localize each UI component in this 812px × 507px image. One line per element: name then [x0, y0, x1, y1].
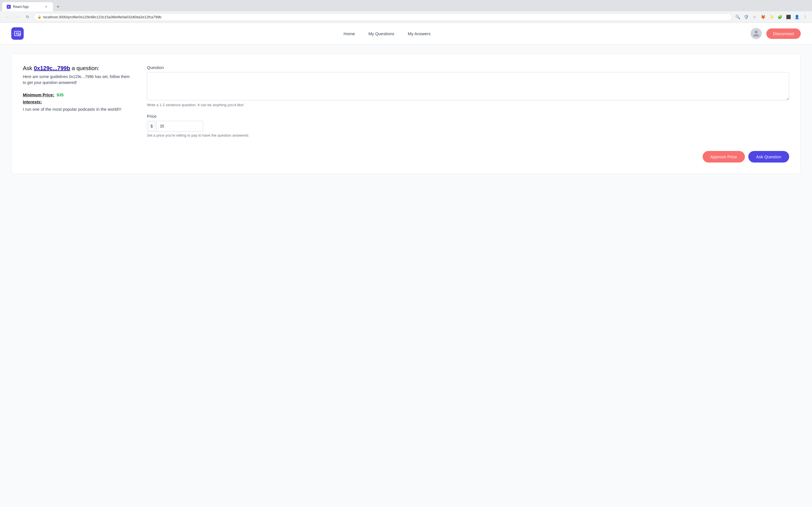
left-panel: Ask 0x129c...799b a question: Here are s…: [23, 65, 130, 163]
ask-heading-address: 0x129c...799b: [34, 65, 70, 71]
price-label: Price: [147, 114, 789, 119]
main-content: Ask 0x129c...799b a question: Here are s…: [0, 45, 812, 507]
interests-text: I run one of the most popular podcasts i…: [23, 106, 130, 113]
price-section: Price $ Set a price you're willing to pa…: [147, 114, 789, 137]
question-hint: Write a 1-2 sentence question. It can be…: [147, 103, 789, 107]
star-icon[interactable]: ☆: [751, 13, 758, 20]
active-tab[interactable]: R React App ×: [2, 2, 53, 11]
fox-icon[interactable]: 🦊: [760, 13, 766, 20]
avatar: [751, 28, 762, 39]
ask-heading-suffix: a question:: [70, 65, 99, 71]
browser-chrome: R React App × + ← → ↻ 🔒 localhost:3000/p…: [0, 0, 812, 23]
nav-home-link[interactable]: Home: [344, 31, 355, 36]
new-tab-button[interactable]: +: [54, 3, 62, 11]
header-right: Disconnect: [751, 28, 801, 39]
min-price-label: Minimum Price:: [23, 93, 54, 97]
nav-my-answers-link[interactable]: My Answers: [408, 31, 430, 36]
interests-label: Interests:: [23, 100, 130, 104]
address-bar[interactable]: 🔒 localhost:3000/profile/0x129c68c123c15…: [34, 13, 732, 21]
svg-text:R: R: [8, 6, 9, 8]
tab-favicon: R: [7, 5, 11, 9]
price-hint: Set a price you're willing to pay to hav…: [147, 133, 789, 137]
app-header: Home My Questions My Answers Disconnect: [0, 23, 812, 45]
min-price-value: $35: [57, 93, 64, 97]
search-icon[interactable]: 🔍: [734, 13, 741, 20]
price-input[interactable]: [156, 121, 193, 131]
ask-heading-prefix: Ask: [23, 65, 34, 71]
puzzle-icon[interactable]: 🧩: [776, 13, 783, 20]
browser-toolbar-icons: 🔍 🛡️ ☆ 🦊 ✨ 🧩 ⬛ 👤 ⋮: [734, 13, 809, 20]
disconnect-button[interactable]: Disconnect: [766, 29, 801, 39]
guidelines-text: Here are some guidelines 0x129c...799b h…: [23, 74, 130, 86]
app-nav: Home My Questions My Answers: [344, 31, 431, 36]
content-card: Ask 0x129c...799b a question: Here are s…: [11, 54, 801, 174]
form-actions: Approve Price Ask Question: [147, 151, 789, 163]
nav-my-questions-link[interactable]: My Questions: [368, 31, 395, 36]
right-panel: Question Write a 1-2 sentence question. …: [147, 65, 789, 163]
refresh-button[interactable]: ↻: [24, 13, 32, 21]
menu-icon[interactable]: ⋮: [802, 13, 809, 20]
profile-icon[interactable]: 👤: [794, 13, 800, 20]
approve-price-button[interactable]: Approve Price: [703, 151, 745, 163]
tab-bar: R React App × +: [0, 0, 812, 11]
price-input-row: $: [147, 121, 203, 131]
window-icon[interactable]: ⬛: [785, 13, 792, 20]
min-price-row: Minimum Price: $35: [23, 93, 130, 97]
shield-icon[interactable]: 🛡️: [743, 13, 749, 20]
logo-icon: [11, 27, 24, 40]
sparkle-icon[interactable]: ✨: [768, 13, 775, 20]
lock-icon: 🔒: [38, 15, 42, 19]
ask-question-button[interactable]: Ask Question: [748, 151, 789, 163]
forward-button[interactable]: →: [13, 13, 21, 21]
address-bar-row: ← → ↻ 🔒 localhost:3000/profile/0x129c68c…: [0, 11, 812, 22]
tab-title: React App: [13, 5, 29, 9]
ask-heading: Ask 0x129c...799b a question:: [23, 65, 130, 71]
question-textarea[interactable]: [147, 72, 789, 100]
back-button[interactable]: ←: [3, 13, 11, 21]
question-label: Question: [147, 65, 789, 70]
price-currency-symbol: $: [147, 121, 156, 131]
app-logo: [11, 27, 24, 40]
tab-close-button[interactable]: ×: [44, 4, 49, 9]
url-text: localhost:3000/profile/0x129c68c123c15a3…: [43, 15, 161, 19]
